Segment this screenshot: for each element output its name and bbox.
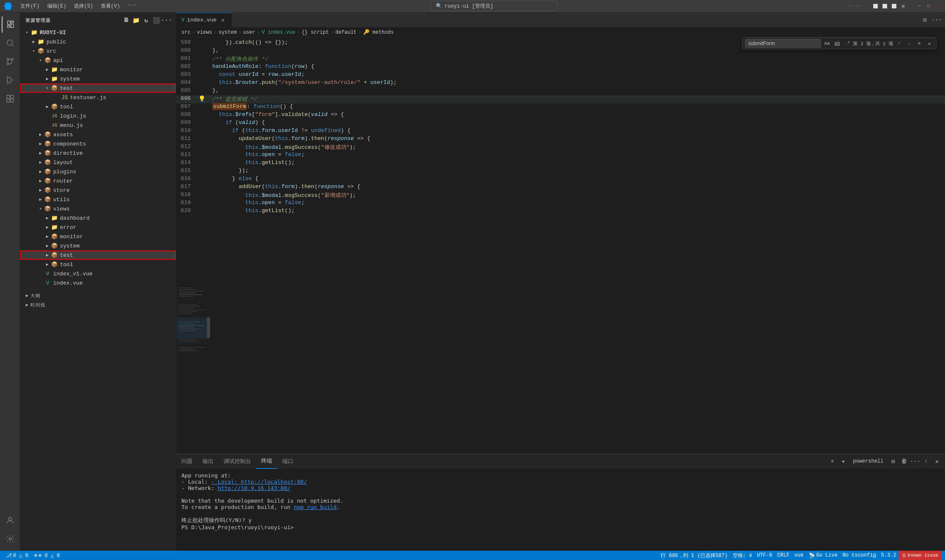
tree-item-components[interactable]: ▶ 📦 components bbox=[20, 139, 176, 148]
tree-item-test[interactable]: ▾ 📦 test bbox=[20, 83, 176, 93]
breadcrumb-views[interactable]: views bbox=[197, 30, 212, 35]
tab-index-vue[interactable]: V index.vue ✕ bbox=[176, 13, 232, 27]
new-file-btn[interactable]: 🗎 bbox=[122, 16, 130, 24]
npm-run-build-link[interactable]: npm run build bbox=[294, 504, 337, 510]
panel-add-btn[interactable]: + bbox=[828, 457, 837, 466]
sidebar-more-btn[interactable]: ··· bbox=[162, 16, 171, 24]
search-bar[interactable]: 🔍 ruoyi-ui [管理员] bbox=[430, 1, 557, 11]
panel-tab-debug[interactable]: 调试控制台 bbox=[219, 454, 256, 469]
tab-close-btn[interactable]: ✕ bbox=[219, 16, 227, 24]
status-known-issue[interactable]: ① known issue bbox=[899, 551, 942, 560]
panel-tab-output[interactable]: 输出 bbox=[197, 454, 219, 469]
outline-header[interactable]: ▶ 大纲 bbox=[20, 291, 176, 300]
tree-item-index-vue[interactable]: V index.vue bbox=[20, 278, 176, 288]
activity-run[interactable] bbox=[2, 72, 19, 89]
activity-git[interactable] bbox=[2, 53, 19, 70]
breadcrumb-system[interactable]: system bbox=[219, 30, 237, 35]
status-encoding[interactable]: UTF-8 bbox=[754, 551, 775, 560]
activity-extensions[interactable] bbox=[2, 90, 19, 107]
menu-file[interactable]: 文件(F) bbox=[17, 2, 43, 11]
layout-btn-3[interactable]: ⬜ bbox=[891, 3, 897, 9]
breadcrumb-script[interactable]: {} script bbox=[302, 30, 329, 35]
breadcrumb-methods[interactable]: 🔑 methods bbox=[363, 29, 394, 35]
status-tsconfig[interactable]: No tsconfig bbox=[840, 551, 878, 560]
breadcrumb-default[interactable]: default bbox=[335, 30, 356, 35]
minimap-scrollbar[interactable] bbox=[207, 317, 210, 338]
nav-back[interactable]: ← bbox=[847, 1, 852, 11]
tree-item-public[interactable]: ▶ 📁 public bbox=[20, 37, 176, 46]
panel-trash-btn[interactable]: 🗑 bbox=[899, 457, 909, 466]
split-editor-btn[interactable]: ⊡ bbox=[920, 15, 930, 25]
network-link[interactable]: http://10.9.16.143:80/ bbox=[218, 485, 290, 491]
minimize-btn[interactable]: ─ bbox=[916, 3, 922, 9]
new-folder-btn[interactable]: 📁 bbox=[132, 16, 140, 24]
tree-item-router[interactable]: ▶ 📦 router bbox=[20, 176, 176, 186]
status-version[interactable]: 5.3.2 bbox=[878, 551, 899, 560]
layout-btn-4[interactable]: ⊞ bbox=[900, 3, 906, 9]
nav-forward[interactable]: → bbox=[856, 1, 861, 11]
find-prev-btn[interactable]: ↑ bbox=[895, 39, 903, 48]
activity-explorer[interactable] bbox=[2, 16, 19, 33]
find-regex-btn[interactable]: .* bbox=[843, 39, 851, 48]
tree-item-layout[interactable]: ▶ 📦 layout bbox=[20, 158, 176, 167]
tree-item-views-system[interactable]: ▶ 📦 system bbox=[20, 241, 176, 250]
code-editor[interactable]: 599 }).catch(() => {}); 600 }, 601 /** 分… bbox=[176, 38, 945, 283]
tree-item-api[interactable]: ▾ 📦 api bbox=[20, 56, 176, 65]
tree-item-monitor[interactable]: ▶ 📁 monitor bbox=[20, 65, 176, 74]
panel-dropdown-btn[interactable]: ▾ bbox=[839, 457, 848, 466]
panel-split-btn[interactable]: ⊟ bbox=[888, 457, 898, 466]
tree-item-testuser[interactable]: JS testuser.js bbox=[20, 93, 176, 102]
tree-item-utils[interactable]: ▶ 📦 utils bbox=[20, 195, 176, 204]
close-btn[interactable]: ✕ bbox=[935, 3, 941, 9]
lightbulb-icon[interactable]: 💡 bbox=[198, 95, 205, 102]
layout-btn-2[interactable]: ⬜ bbox=[882, 3, 888, 9]
status-spaces[interactable]: 空格: 4 bbox=[730, 551, 755, 560]
breadcrumb-src[interactable]: src bbox=[181, 30, 191, 35]
refresh-btn[interactable]: ↻ bbox=[142, 16, 151, 24]
tree-item-login[interactable]: JS login.js bbox=[20, 111, 176, 121]
menu-more[interactable]: ··· bbox=[124, 2, 140, 11]
tree-item-menu[interactable]: JS menu.js bbox=[20, 121, 176, 130]
tree-item-views[interactable]: ▾ 📦 views bbox=[20, 204, 176, 213]
collapse-btn[interactable]: ⬛ bbox=[152, 16, 161, 24]
menu-view[interactable]: 查看(V) bbox=[97, 2, 124, 11]
tree-item-dashboard[interactable]: ▶ 📁 dashboard bbox=[20, 213, 176, 223]
tree-item-views-test[interactable]: ▶ 📦 test bbox=[20, 250, 176, 260]
tree-item-tool[interactable]: ▶ 📦 tool bbox=[20, 102, 176, 111]
status-live-share[interactable]: 📡 Go Live bbox=[806, 551, 840, 560]
panel-tab-ports[interactable]: 端口 bbox=[277, 454, 298, 469]
status-errors[interactable]: ⊗ ⊗ 0 △ 0 bbox=[32, 551, 62, 560]
timeline-header[interactable]: ▶ 时间线 bbox=[20, 300, 176, 310]
tree-item-assets[interactable]: ▶ 📦 assets bbox=[20, 130, 176, 139]
tree-item-directive[interactable]: ▶ 📦 directive bbox=[20, 148, 176, 158]
tree-item-views-monitor[interactable]: ▶ 📦 monitor bbox=[20, 232, 176, 241]
status-git[interactable]: ⎇ 0 △ 0 bbox=[3, 551, 31, 560]
tree-item-plugins[interactable]: ▶ 📦 plugins bbox=[20, 167, 176, 176]
panel-close-btn[interactable]: ✕ bbox=[932, 457, 942, 466]
tree-item-api-system[interactable]: ▶ 📁 system bbox=[20, 74, 176, 83]
status-line-ending[interactable]: CRLF bbox=[775, 551, 792, 560]
find-close-btn[interactable]: ✕ bbox=[925, 39, 934, 48]
tree-item-views-tool[interactable]: ▶ 📦 tool bbox=[20, 260, 176, 269]
find-whole-word-btn[interactable]: ab bbox=[833, 39, 841, 48]
restore-btn[interactable]: □ bbox=[926, 3, 932, 9]
activity-settings[interactable] bbox=[2, 530, 19, 547]
menu-select[interactable]: 选择(S) bbox=[70, 2, 97, 11]
status-language[interactable]: vue bbox=[792, 551, 806, 560]
breadcrumb-user[interactable]: user bbox=[243, 30, 255, 35]
find-match-case-btn[interactable]: Aa bbox=[823, 39, 831, 48]
tree-item-store[interactable]: ▶ 📦 store bbox=[20, 186, 176, 195]
menu-edit[interactable]: 编辑(E) bbox=[44, 2, 70, 11]
localhost-link[interactable]: - Local: http://localhost:80/ bbox=[211, 479, 307, 485]
terminal-content[interactable]: App running at: - Local: - Local: http:/… bbox=[176, 469, 945, 551]
panel-tab-terminal[interactable]: 终端 bbox=[256, 454, 277, 469]
panel-up-btn[interactable]: ↑ bbox=[921, 457, 931, 466]
activity-search[interactable] bbox=[2, 35, 19, 51]
tree-item-index-v1[interactable]: V index_v1.vue bbox=[20, 269, 176, 278]
find-list-btn[interactable]: ≡ bbox=[915, 39, 923, 48]
panel-more-btn[interactable]: ··· bbox=[910, 457, 920, 466]
activity-account[interactable] bbox=[2, 512, 19, 529]
tree-item-error[interactable]: ▶ 📁 error bbox=[20, 223, 176, 232]
breadcrumb-file[interactable]: V index.vue bbox=[262, 30, 295, 35]
find-next-btn[interactable]: ↓ bbox=[905, 39, 913, 48]
